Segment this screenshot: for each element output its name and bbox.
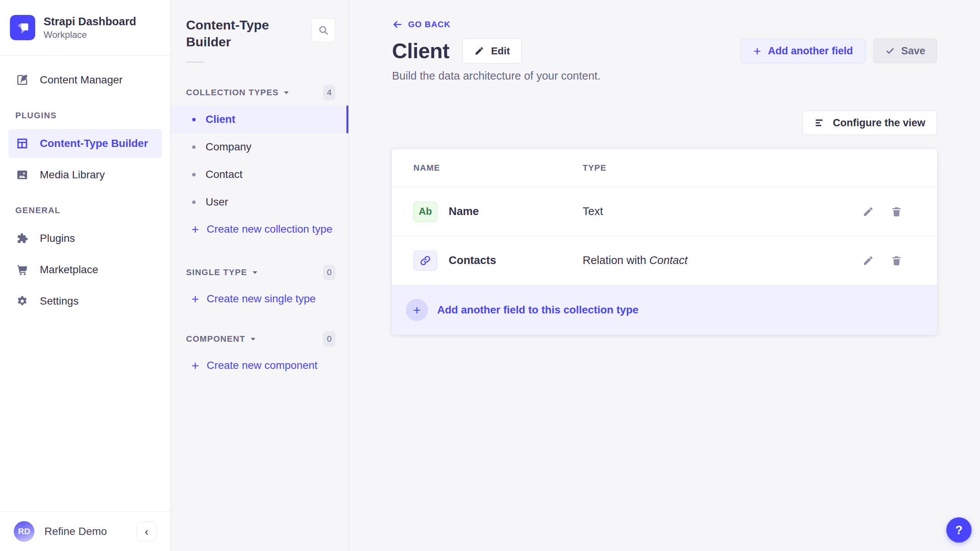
header-actions: + Add another field Save [741, 39, 937, 63]
table-row: Ab Name Text [392, 187, 937, 236]
search-button[interactable] [312, 18, 335, 42]
chevron-down-icon[interactable] [250, 337, 256, 341]
delete-field-button[interactable] [890, 254, 903, 267]
create-new-collection-type-link[interactable]: + Create new collection type [171, 216, 348, 243]
bullet-icon [192, 173, 196, 176]
collection-type-label: Client [206, 113, 235, 126]
sidebar-item-label: Settings [40, 295, 78, 307]
component-header: COMPONENT 0 [171, 331, 348, 347]
single-type-header: SINGLE TYPE 0 [171, 265, 348, 280]
add-field-to-collection-row[interactable]: + Add another field to this collection t… [392, 285, 937, 335]
sidebar-item-content-manager[interactable]: Content Manager [0, 65, 170, 95]
collection-type-item-user[interactable]: User [171, 188, 348, 216]
page-title: Client [392, 39, 449, 63]
edit-field-button[interactable] [862, 205, 874, 218]
brand-text: Strapi Dashboard Workplace [44, 15, 136, 40]
save-button-label: Save [901, 45, 925, 57]
sidebar-footer: RD Refine Demo ‹ [0, 511, 170, 551]
create-new-component-link[interactable]: + Create new component [171, 352, 348, 379]
subnav-header: Content-Type Builder [171, 17, 348, 50]
plus-icon: + [191, 223, 199, 236]
go-back-link[interactable]: GO BACK [392, 19, 451, 30]
brand-subtitle: Workplace [44, 29, 136, 40]
main-content: GO BACK Client Edit + Add another field [349, 0, 980, 551]
shopping-cart-icon [15, 263, 29, 277]
trash-icon [891, 206, 902, 217]
collection-types-header: COLLECTION TYPES 4 [171, 85, 348, 100]
avatar[interactable]: RD [14, 521, 34, 542]
chevron-down-icon[interactable] [283, 90, 289, 95]
plus-circle-icon: + [406, 299, 428, 321]
sidebar-item-content-type-builder[interactable]: Content-Type Builder [8, 129, 162, 158]
sidebar-item-label: Content-Type Builder [40, 137, 148, 150]
edit-button[interactable]: Edit [462, 38, 522, 64]
create-new-single-type-link[interactable]: + Create new single type [171, 285, 348, 312]
sidebar-item-label: Plugins [40, 232, 75, 245]
pencil-icon [862, 255, 874, 266]
collection-type-item-company[interactable]: Company [171, 133, 348, 161]
table-header: NAME TYPE [392, 149, 937, 187]
bullet-icon [192, 118, 196, 121]
sidebar-item-media-library[interactable]: Media Library [0, 160, 170, 189]
table-row: Contacts Relation with Contact [392, 236, 937, 285]
plus-icon: + [191, 359, 199, 372]
delete-field-button[interactable] [890, 205, 903, 218]
check-icon [885, 46, 895, 56]
sidebar-item-settings[interactable]: Settings [0, 287, 170, 316]
content-type-builder-subnav: Content-Type Builder COLLECTION TYPES 4 [171, 0, 349, 551]
brand-title: Strapi Dashboard [44, 15, 136, 28]
link-icon [420, 255, 431, 266]
collection-types-label: COLLECTION TYPES [186, 88, 279, 98]
configure-button-label: Configure the view [833, 117, 925, 129]
pen-feather-icon [15, 73, 29, 87]
sidebar-item-label: Media Library [40, 169, 105, 181]
layout-grid-icon [15, 137, 29, 150]
list-settings-icon [814, 117, 825, 128]
page-subtitle: Build the data architecture of your cont… [392, 70, 937, 82]
page-header: Client Edit + Add another field [392, 38, 937, 64]
collection-type-item-contact[interactable]: Contact [171, 161, 348, 188]
divider [186, 62, 204, 63]
save-button[interactable]: Save [873, 39, 937, 63]
chevron-down-icon[interactable] [252, 270, 258, 275]
help-button[interactable]: ? [946, 517, 972, 543]
row-actions [845, 254, 937, 267]
edit-field-button[interactable] [862, 254, 874, 267]
field-name-cell: Ab Name [413, 202, 583, 222]
sidebar-item-plugins[interactable]: Plugins [0, 224, 170, 253]
collection-type-item-client[interactable]: Client [171, 106, 348, 133]
row-actions [845, 205, 937, 218]
field-name: Name [449, 205, 479, 218]
pencil-icon [474, 46, 484, 56]
sidebar-item-marketplace[interactable]: Marketplace [0, 255, 170, 284]
configure-row: Configure the view [392, 111, 937, 135]
strapi-logo-icon [10, 15, 35, 40]
collection-type-label: User [206, 196, 228, 208]
edit-button-label: Edit [491, 45, 510, 57]
collection-types-count-badge: 4 [323, 85, 335, 100]
component-label: COMPONENT [186, 334, 245, 344]
primary-sidebar: Strapi Dashboard Workplace Content Manag… [0, 0, 171, 551]
field-name-cell: Contacts [413, 251, 583, 271]
search-icon [318, 24, 329, 36]
relation-field-type-icon [413, 251, 437, 271]
gear-icon [15, 294, 29, 308]
sidebar-item-label: Marketplace [40, 264, 98, 276]
user-name: Refine Demo [44, 525, 107, 538]
bullet-icon [192, 201, 196, 204]
sidebar-item-label: Content Manager [40, 74, 122, 86]
question-mark-icon: ? [955, 523, 963, 537]
brand-block: Strapi Dashboard Workplace [0, 0, 170, 55]
image-icon [15, 168, 29, 182]
field-type: Relation with Contact [583, 254, 845, 267]
configure-the-view-button[interactable]: Configure the view [802, 111, 937, 135]
plus-icon: + [753, 44, 761, 57]
puzzle-icon [15, 231, 29, 245]
component-count-badge: 0 [323, 331, 335, 347]
single-type-count-badge: 0 [323, 265, 335, 280]
single-type-label: SINGLE TYPE [186, 267, 247, 277]
add-another-field-button[interactable]: + Add another field [741, 39, 866, 63]
primary-nav: Content Manager PLUGINS Content-Type Bui… [0, 55, 170, 511]
collapse-sidebar-button[interactable]: ‹ [137, 522, 157, 541]
fields-table-card: NAME TYPE Ab Name Text [392, 149, 937, 335]
